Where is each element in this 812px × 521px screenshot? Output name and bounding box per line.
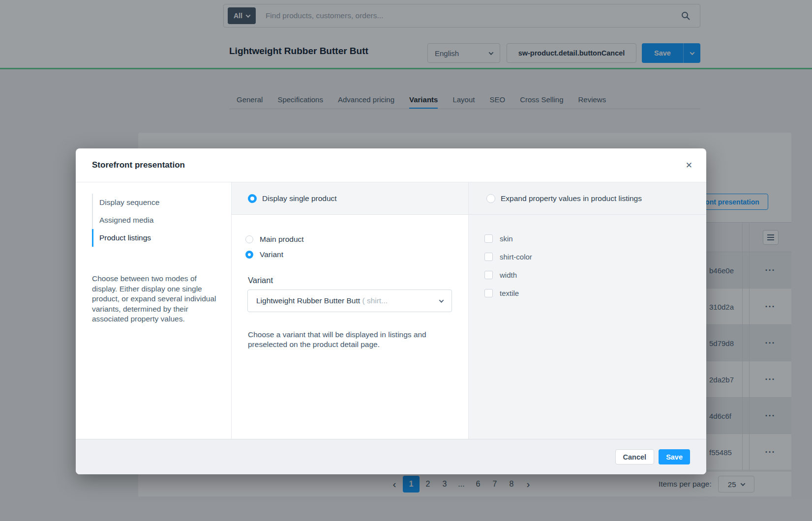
property-option-shirt-color[interactable]: shirt-color <box>484 248 706 266</box>
variant-select-value-suffix: ( shirt... <box>362 296 388 305</box>
variant-option[interactable]: Variant <box>245 250 452 259</box>
modal-body: Display sequence Assigned media Product … <box>76 182 706 439</box>
variant-select[interactable]: Lightweight Rubber Butter Butt ( shirt..… <box>247 289 452 312</box>
variant-select-value: Lightweight Rubber Butter Butt <box>256 296 360 305</box>
property-label: shirt-color <box>500 253 532 261</box>
radio-unselected-icon[interactable] <box>486 194 495 203</box>
chevron-down-icon <box>439 298 444 303</box>
checkbox-unchecked-icon[interactable] <box>484 289 493 297</box>
single-product-mode-option[interactable]: Display single product <box>232 182 468 215</box>
property-label: textile <box>500 289 519 297</box>
property-list: skin shirt-color width textile <box>469 215 706 302</box>
modal-title: Storefront presentation <box>92 160 185 170</box>
property-label: width <box>500 271 517 279</box>
radio-selected-icon[interactable] <box>245 251 253 259</box>
modal-footer: Cancel Save <box>76 439 706 474</box>
variant-field-label: Variant <box>248 276 452 285</box>
modal-cancel-button[interactable]: Cancel <box>615 449 655 464</box>
single-product-column: Display single product Main product Vari… <box>232 182 469 439</box>
property-option-width[interactable]: width <box>484 266 706 284</box>
storefront-presentation-modal: Storefront presentation ✕ Display sequen… <box>76 148 706 474</box>
single-product-mode-label: Display single product <box>262 194 337 203</box>
modal-sidebar: Display sequence Assigned media Product … <box>76 182 232 439</box>
close-icon[interactable]: ✕ <box>686 148 692 182</box>
radio-unselected-icon[interactable] <box>245 235 253 243</box>
modal-save-button[interactable]: Save <box>659 449 690 464</box>
modal-nav: Display sequence Assigned media Product … <box>92 194 231 247</box>
property-option-textile[interactable]: textile <box>484 284 706 302</box>
checkbox-unchecked-icon[interactable] <box>484 253 493 261</box>
main-product-label: Main product <box>260 235 304 244</box>
property-option-skin[interactable]: skin <box>484 230 706 248</box>
variant-help-text: Choose a variant that will be displayed … <box>248 330 452 349</box>
expand-mode-option[interactable]: Expand property values in product listin… <box>469 182 706 215</box>
nav-item-display-sequence[interactable]: Display sequence <box>92 194 231 211</box>
property-label: skin <box>500 234 513 243</box>
variant-option-label: Variant <box>260 250 283 259</box>
main-product-option[interactable]: Main product <box>245 235 452 244</box>
single-product-settings: Main product Variant Variant Lightweight… <box>232 215 468 349</box>
modal-header: Storefront presentation ✕ <box>76 148 706 182</box>
expand-properties-column: Expand property values in product listin… <box>469 182 706 439</box>
checkbox-unchecked-icon[interactable] <box>484 234 493 243</box>
nav-item-product-listings[interactable]: Product listings <box>92 229 231 247</box>
radio-selected-icon[interactable] <box>248 194 257 203</box>
nav-item-assigned-media[interactable]: Assigned media <box>92 211 231 229</box>
mode-description: Choose between two modes of display. Eit… <box>92 274 217 324</box>
expand-mode-label: Expand property values in product listin… <box>501 194 642 203</box>
checkbox-unchecked-icon[interactable] <box>484 271 493 279</box>
